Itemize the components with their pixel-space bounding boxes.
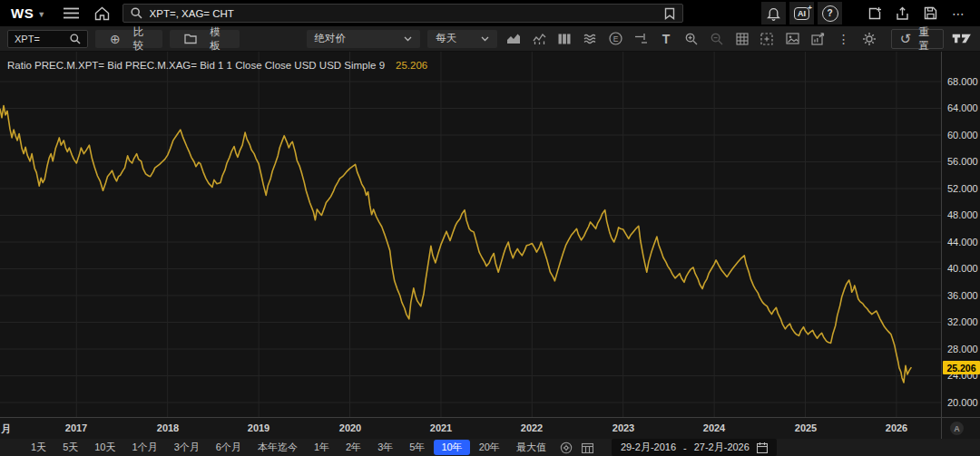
range-button[interactable]: 3个月 [167,440,207,455]
gear-circle-icon [560,441,573,454]
indicators-button[interactable] [581,30,599,48]
workspace-logo[interactable]: WS ▼ [11,5,46,21]
seasonal-chart-icon [533,33,546,44]
ellipsis-icon: ⋯ [952,6,965,21]
date-to: 27-2月-2026 [694,441,750,454]
price-mode-select[interactable]: 绝对价 [307,30,421,48]
axis-scale-button[interactable]: A [950,422,964,435]
chart-toolbar: XPT= ⊕ 比较 模板 绝对价 每天 E T ⋮ ↺ 重置 [0,26,980,52]
range-toolbar: 1天5天10天1个月3个月6个月本年迄今1年2年3年5年10年20年最大值 29… [0,439,980,456]
symbol-input[interactable]: XPT= [7,30,88,48]
range-button[interactable]: 2年 [338,440,368,455]
time-axis-label: 2025 [795,422,817,433]
range-button[interactable]: 6个月 [209,440,249,455]
image-export-button[interactable] [784,30,802,48]
zoom-out-button[interactable] [708,30,726,48]
svg-text:E: E [612,34,618,44]
compare-label: 比较 [133,25,149,53]
price-axis-label: 44.000 [947,237,978,247]
interval-select[interactable]: 每天 [427,30,497,48]
kebab-icon: ⋮ [838,33,850,45]
range-button[interactable]: 本年迄今 [250,440,305,455]
event-e-icon: E [609,32,622,45]
more-tools-button[interactable]: ⋮ [835,30,853,48]
drawing-tool-button[interactable] [632,30,650,48]
reset-button[interactable]: ↺ 重置 [891,29,944,49]
range-button[interactable]: 20年 [472,440,507,455]
question-icon: ? [822,5,838,22]
interval-value: 每天 [436,32,481,45]
grid-layout-button[interactable] [733,30,751,48]
seasonal-chart-button[interactable] [530,30,548,48]
zoom-in-button[interactable] [682,30,701,48]
range-button[interactable]: 5年 [402,440,432,455]
range-button[interactable]: 10天 [87,440,122,455]
time-axis-label: 2019 [248,422,270,433]
range-button[interactable]: 最大值 [509,440,554,455]
range-button[interactable]: 3年 [370,440,400,455]
trendline-tool-icon [634,33,648,45]
area-chart-icon [506,33,521,44]
range-button[interactable]: 10年 [434,440,469,455]
chevron-down-icon [404,36,412,42]
ratio-line-chart[interactable] [0,52,941,417]
chevron-down-icon [481,36,489,42]
range-settings-button[interactable] [557,441,575,455]
chart-export-button[interactable] [809,30,828,48]
range-button[interactable]: 1年 [307,440,337,455]
ai-assistant-button[interactable]: AI+ [789,2,814,24]
price-axis-label: 68.000 [947,76,978,87]
search-input[interactable]: XPT=, XAG= CHT [150,8,657,19]
date-range-picker[interactable]: 29-2月-2016 - 27-2月-2026 [612,439,777,456]
chart-type-button[interactable] [505,30,523,48]
text-annotation-button[interactable]: T [657,30,675,48]
time-axis-label: 2026 [886,422,907,433]
price-mode-value: 绝对价 [315,32,405,45]
calendar-grid-button[interactable] [579,441,597,455]
notifications-button[interactable] [761,2,786,24]
price-axis-label: 64.000 [947,102,978,113]
global-search-bar[interactable]: XPT=, XAG= CHT [122,4,683,23]
legend-last-value: 25.206 [396,60,427,71]
axis-divider [941,418,942,439]
range-button-group: 1天5天10天1个月3个月6个月本年迄今1年2年3年5年10年20年最大值 [24,440,554,455]
price-axis-label: 56.000 [947,156,978,167]
bars-view-button[interactable] [555,30,573,48]
image-icon [786,33,799,44]
range-button[interactable]: 1天 [24,440,54,455]
filmstrip-icon [558,34,571,44]
screenshot-icon [760,33,774,45]
text-tool-icon: T [662,33,671,45]
add-window-icon [867,6,882,21]
range-button[interactable]: 5天 [55,440,85,455]
save-button[interactable] [918,2,943,24]
last-price-tag: 25.206 [943,361,980,374]
price-axis-label: 28.000 [947,344,978,354]
price-axis-label: 20.000 [947,397,978,408]
menu-button[interactable] [61,3,83,24]
chart-settings-button[interactable] [860,30,878,48]
new-item-button[interactable] [862,2,887,24]
compare-button[interactable]: ⊕ 比较 [95,30,162,48]
series-legend[interactable]: Ratio PREC.M.XPT= Bid PREC.M.XAG= Bid 1 … [7,60,427,71]
calendar-grid-icon [582,442,593,453]
template-button[interactable]: 模板 [170,30,239,48]
price-axis[interactable]: 68.00064.00060.00056.00052.00048.00044.0… [941,52,980,417]
help-button[interactable]: ? [818,2,842,24]
share-button[interactable] [890,2,915,24]
bookmark-icon[interactable] [664,7,675,20]
time-axis[interactable]: A 月2017201820192020202120222023202420252… [0,417,980,439]
folder-icon [184,34,197,44]
home-icon [94,6,110,21]
snapshot-button[interactable] [759,30,777,48]
waves-icon [583,34,597,44]
home-button[interactable] [92,3,113,24]
more-options-button[interactable]: ⋯ [946,2,971,24]
template-label: 模板 [210,25,224,53]
events-button[interactable]: E [606,30,624,48]
price-axis-label: 48.000 [947,209,978,220]
time-axis-label: 2023 [612,422,634,433]
range-button[interactable]: 1个月 [125,440,165,455]
chart-pane[interactable]: Ratio PREC.M.XPT= Bid PREC.M.XAG= Bid 1 … [0,52,941,417]
date-separator: - [683,442,687,453]
